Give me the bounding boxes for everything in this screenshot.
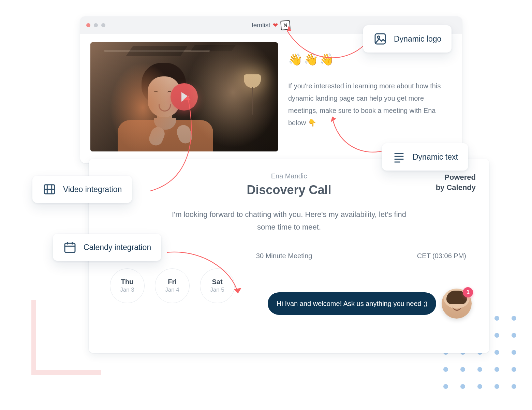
play-button-icon[interactable] (171, 83, 198, 111)
day-date: Jan 3 (120, 287, 134, 293)
callout-dynamic-logo: Dynamic logo (363, 25, 452, 53)
day-option[interactable]: Fri Jan 4 (155, 268, 190, 303)
window-traffic-lights (86, 23, 105, 27)
calendly-owner: Ena Mandic (102, 172, 476, 180)
unread-badge: 1 (463, 287, 473, 297)
day-date: Jan 5 (210, 287, 224, 293)
window-minimize-dot[interactable] (94, 23, 98, 27)
day-dow: Thu (121, 278, 134, 286)
callout-video-integration: Video integration (32, 176, 132, 203)
day-option[interactable]: Thu Jan 3 (110, 268, 145, 303)
svg-point-1 (378, 36, 380, 39)
powered-line-1: Powered (444, 173, 476, 181)
callout-calendy-integration: Calendy integration (53, 234, 161, 261)
chat-avatar-wrap[interactable]: 1 (442, 289, 472, 319)
image-icon (373, 32, 387, 46)
point-down-icon: 👇 (308, 119, 316, 127)
window-zoom-dot[interactable] (101, 23, 105, 27)
wave-emoji-row: 👋👋👋 (288, 53, 452, 66)
video-thumbnail[interactable] (90, 42, 278, 151)
day-dow: Fri (168, 278, 177, 286)
callout-label: Calendy integration (84, 243, 151, 252)
svg-rect-10 (65, 243, 75, 252)
notion-logo-icon: N (280, 20, 291, 30)
hero-paragraph: If you're interested in learning more ab… (288, 80, 452, 129)
day-date: Jan 4 (165, 287, 179, 293)
calendly-head: Ena Mandic Discovery Call (102, 172, 476, 197)
calendly-subtext: I'm looking forward to chatting with you… (166, 208, 412, 234)
title-text: lemlist (252, 21, 270, 29)
film-icon (43, 182, 56, 196)
calendar-icon (63, 240, 77, 254)
callout-dynamic-text: Dynamic text (382, 143, 468, 171)
callout-label: Dynamic logo (394, 34, 441, 44)
calendly-title: Discovery Call (102, 183, 476, 197)
window-close-dot[interactable] (86, 23, 90, 27)
chat-widget[interactable]: Hi Ivan and welcome! Ask us anything you… (268, 289, 472, 319)
powered-line-2: by Calendy (436, 183, 476, 192)
text-lines-icon (392, 150, 406, 164)
chat-bubble[interactable]: Hi Ivan and welcome! Ask us anything you… (268, 292, 436, 315)
day-option[interactable]: Sat Jan 5 (200, 268, 235, 303)
meeting-duration: 30 Minute Meeting (256, 252, 312, 260)
hero-copy: 👋👋👋 If you're interested in learning mor… (288, 42, 452, 151)
callout-label: Video integration (63, 185, 122, 194)
callout-label: Dynamic text (413, 152, 458, 162)
day-dow: Sat (212, 278, 222, 286)
timezone-label: CET (03:06 PM) (417, 252, 466, 260)
powered-by: Powered by Calendy (436, 172, 476, 192)
heart-icon: ❤ (273, 21, 278, 29)
